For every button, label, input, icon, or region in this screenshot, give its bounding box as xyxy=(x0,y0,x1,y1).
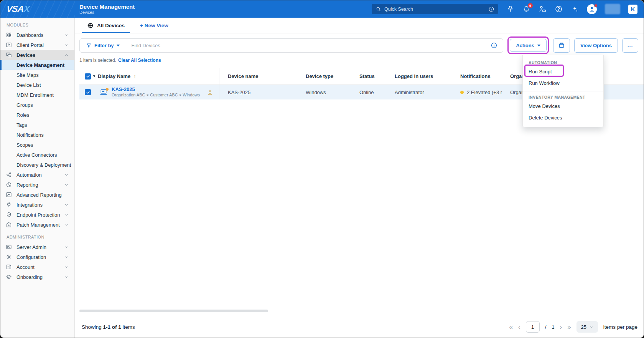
current-page-input[interactable]: 1 xyxy=(526,321,540,333)
top-bar: VSAX Device Management Devices 5 xyxy=(0,0,644,18)
menu-item-run-workflow[interactable]: Run Workflow xyxy=(523,78,603,89)
filter-search-bar: Filter by xyxy=(79,38,503,53)
sidebar-item-automation[interactable]: Automation xyxy=(0,170,74,180)
sidebar-item-scopes[interactable]: Scopes xyxy=(0,140,74,150)
sidebar-item-server-admin[interactable]: Server Admin xyxy=(0,242,74,252)
chevron-down-icon xyxy=(64,33,69,38)
device-name-link[interactable]: KAS-2025 xyxy=(112,87,200,92)
search-info-icon[interactable] xyxy=(488,6,494,12)
pin-icon[interactable] xyxy=(506,5,514,13)
device-name-cell: KAS-2025 xyxy=(219,85,297,99)
chevron-down-icon xyxy=(64,265,69,270)
sidebar-item-devices[interactable]: Devices xyxy=(0,50,74,60)
column-notifications[interactable]: Notifications xyxy=(452,68,502,84)
ai-sparkles-icon[interactable] xyxy=(571,5,579,13)
chevron-down-icon xyxy=(64,172,69,177)
actions-dropdown-menu: AUTOMATION Run Script Run Workflow INVEN… xyxy=(522,55,604,127)
column-status[interactable]: Status xyxy=(351,68,386,84)
last-page-button[interactable]: » xyxy=(567,324,571,330)
sidebar-item-advanced-reporting[interactable]: Advanced Reporting xyxy=(0,190,74,200)
page-title: Device Management xyxy=(79,3,135,10)
integrations-icon xyxy=(6,202,12,208)
column-device-type[interactable]: Device type xyxy=(297,68,351,84)
select-all-checkbox[interactable] xyxy=(85,73,91,80)
more-options-button[interactable]: ... xyxy=(622,38,638,53)
help-icon[interactable] xyxy=(555,5,563,13)
actions-highlight-box: Actions xyxy=(507,36,549,54)
menu-item-delete-devices[interactable]: Delete Devices xyxy=(523,112,603,124)
total-pages: 1 xyxy=(552,324,554,330)
sort-ascending-icon[interactable]: ↑ xyxy=(133,73,136,79)
patch-management-icon xyxy=(6,222,12,228)
username-redacted xyxy=(605,4,620,14)
sidebar-item-endpoint-protection[interactable]: Endpoint Protection xyxy=(0,210,74,220)
chevron-up-icon xyxy=(64,53,69,58)
actions-button[interactable]: Actions xyxy=(510,39,547,52)
sidebar-item-roles[interactable]: Roles xyxy=(0,110,74,120)
chevron-down-icon xyxy=(64,212,69,217)
automation-icon xyxy=(6,172,12,178)
breadcrumb: Devices xyxy=(79,10,135,15)
find-devices-input[interactable] xyxy=(126,43,491,48)
column-display-name[interactable]: Display Name ↑ xyxy=(95,68,219,84)
administration-section-label: ADMINISTRATION xyxy=(0,230,74,242)
items-per-page-label: items per page xyxy=(603,324,637,330)
sidebar-item-integrations[interactable]: Integrations xyxy=(0,200,74,210)
devices-icon xyxy=(6,52,12,58)
sidebar-item-tags[interactable]: Tags xyxy=(0,120,74,130)
items-per-page-select[interactable]: 25 xyxy=(576,321,598,333)
tab-all-devices[interactable]: All Devices xyxy=(79,18,132,33)
showing-items-text: Showing 1-1 of 1 items xyxy=(82,324,135,330)
menu-item-run-script[interactable]: Run Script xyxy=(523,66,603,78)
sidebar-item-groups[interactable]: Groups xyxy=(0,100,74,110)
view-options-button[interactable]: View Options xyxy=(574,38,618,53)
vsa-logo: VSAX xyxy=(6,4,30,14)
notifications-bell[interactable]: 5 xyxy=(522,5,530,13)
previous-page-button[interactable]: ‹ xyxy=(518,324,520,330)
saved-views-button[interactable] xyxy=(553,38,570,53)
sidebar-item-mdm-enrollment[interactable]: MDM Enrollment xyxy=(0,90,74,100)
sidebar-item-onboarding[interactable]: Onboarding xyxy=(0,272,74,282)
notifications-cell: 2 Elevated (+3 mo... xyxy=(452,85,502,99)
quick-search[interactable] xyxy=(372,4,498,14)
topbar-actions: 5 K xyxy=(372,4,644,14)
sidebar-item-device-list[interactable]: Device List xyxy=(0,80,74,90)
sidebar-item-dashboards[interactable]: Dashboards xyxy=(0,30,74,40)
kaseya-logo[interactable]: K xyxy=(628,5,637,14)
sidebar-item-configuration[interactable]: Configuration xyxy=(0,252,74,262)
header-select-cell xyxy=(79,68,95,84)
sidebar-item-notifications[interactable]: Notifications xyxy=(0,130,74,140)
column-device-name[interactable]: Device name xyxy=(219,68,297,84)
row-checkbox[interactable] xyxy=(85,89,91,95)
sidebar-item-discovery-deployment[interactable]: Discovery & Deployment xyxy=(0,160,74,170)
warning-dot-icon xyxy=(460,91,464,94)
menu-item-move-devices[interactable]: Move Devices xyxy=(523,101,603,112)
menu-divider xyxy=(523,91,603,91)
first-page-button[interactable]: « xyxy=(509,324,513,330)
page-head: Device Management Devices xyxy=(75,3,135,15)
column-logged-in-users[interactable]: Logged in users xyxy=(386,68,452,84)
info-icon[interactable] xyxy=(491,42,497,49)
user-avatar[interactable] xyxy=(587,4,597,14)
clear-all-selections-link[interactable]: Clear All Selections xyxy=(118,58,161,63)
sidebar-item-active-connectors[interactable]: Active Connectors xyxy=(0,150,74,160)
tab-new-view[interactable]: + New View xyxy=(132,18,176,33)
chevron-down-icon xyxy=(64,222,69,227)
sidebar-item-patch-management[interactable]: Patch Management xyxy=(0,220,74,230)
sidebar-item-client-portal[interactable]: Client Portal xyxy=(0,40,74,50)
remote-support-icon[interactable] xyxy=(539,5,547,13)
sidebar-item-device-management[interactable]: Device Management xyxy=(0,60,74,70)
horizontal-scrollbar[interactable] xyxy=(79,310,268,312)
next-page-button[interactable]: › xyxy=(560,324,562,330)
filter-by-button[interactable]: Filter by xyxy=(80,39,126,52)
caret-down-icon xyxy=(117,45,120,46)
dashboards-icon xyxy=(6,32,12,38)
sidebar-item-reporting[interactable]: Reporting xyxy=(0,180,74,190)
quick-search-input[interactable] xyxy=(384,7,485,12)
client-portal-icon xyxy=(6,42,12,48)
sidebar-item-site-maps[interactable]: Site Maps xyxy=(0,70,74,80)
caret-down-icon xyxy=(537,45,540,46)
sidebar-item-account[interactable]: Account xyxy=(0,262,74,272)
menu-section-inventory-management: INVENTORY MANAGEMENT xyxy=(523,92,603,101)
sidebar: MODULES Dashboards Client Portal Devices… xyxy=(0,18,75,338)
